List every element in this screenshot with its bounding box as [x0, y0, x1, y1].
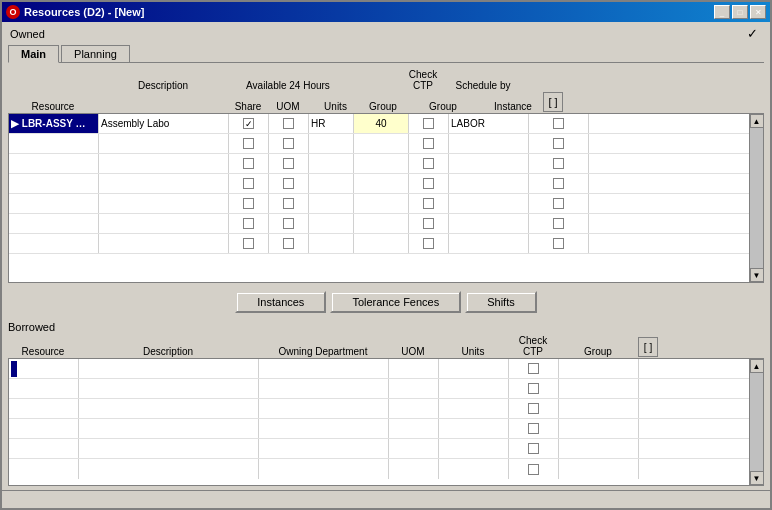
col-check-ctp-label: Check CTP [403, 69, 443, 91]
borrowed-col-uom: UOM [388, 346, 438, 357]
close-button[interactable]: ✕ [750, 5, 766, 19]
table-row [9, 214, 749, 234]
cell-group-1[interactable]: LABOR [449, 114, 529, 133]
owned-row: Owned ✓ [8, 26, 764, 41]
title-bar: O Resources (D2) - [New] _ □ ✕ [2, 2, 770, 22]
col-available-24h-label: Available 24 Hours [228, 80, 348, 91]
owned-check: ✓ [747, 26, 758, 41]
borrowed-scroll-up[interactable]: ▲ [750, 359, 764, 373]
borrowed-col-units: Units [438, 346, 508, 357]
borrowed-scroll-down[interactable]: ▼ [750, 471, 764, 485]
cell-r2-resource[interactable] [9, 134, 99, 153]
col-group-label: Group [403, 101, 483, 112]
borrowed-grid-scrollbar[interactable]: ▲ ▼ [749, 359, 763, 485]
scroll-up-button[interactable]: ▲ [750, 114, 764, 128]
cell-uom-1[interactable]: HR [309, 114, 354, 133]
cell-share-1[interactable] [269, 114, 309, 133]
borrowed-scroll-track[interactable] [750, 373, 763, 471]
table-row [9, 419, 749, 439]
borrowed-col-group: Group [558, 346, 638, 357]
borrowed-col-resource: Resource [8, 346, 78, 357]
bracket-button-bottom[interactable]: [ ] [638, 337, 658, 357]
cell-checkctp-1[interactable] [409, 114, 449, 133]
col-share-label: Share [228, 101, 268, 112]
cell-schedbyinstance-1[interactable] [529, 114, 589, 133]
col-resource-label: Resource [8, 101, 98, 112]
status-bar [2, 490, 770, 508]
table-row [9, 459, 749, 479]
window-controls: _ □ ✕ [714, 5, 766, 19]
cell-description-1[interactable]: Assembly Labo [99, 114, 229, 133]
table-row [9, 359, 749, 379]
tab-planning[interactable]: Planning [61, 45, 130, 62]
col-uom-label: UOM [268, 101, 308, 112]
main-window: O Resources (D2) - [New] _ □ ✕ Owned ✓ M… [0, 0, 772, 510]
table-row [9, 399, 749, 419]
col-units-label: Units [308, 101, 363, 112]
bracket-button-top[interactable]: [ ] [543, 92, 563, 112]
minimize-button[interactable]: _ [714, 5, 730, 19]
borrowed-bracket-btn[interactable]: [ ] [638, 337, 658, 357]
owned-grid: ▶ LBR-ASSY … Assembly Labo HR 40 LABOR [8, 113, 764, 283]
action-buttons-row: Instances Tolerance Fences Shifts [8, 287, 764, 317]
borrowed-grid: ▲ ▼ [8, 358, 764, 486]
row-indicator [11, 361, 17, 377]
tab-main[interactable]: Main [8, 45, 59, 63]
table-row [9, 234, 749, 254]
scroll-down-button[interactable]: ▼ [750, 268, 764, 282]
owned-grid-body: ▶ LBR-ASSY … Assembly Labo HR 40 LABOR [9, 114, 749, 282]
borrowed-col-owndept: Owning Department [258, 346, 388, 357]
cell-available-1[interactable] [229, 114, 269, 133]
content-area: Owned ✓ Main Planning Description Availa… [2, 22, 770, 490]
maximize-button[interactable]: □ [732, 5, 748, 19]
owned-grid-scrollbar[interactable]: ▲ ▼ [749, 114, 763, 282]
instances-button[interactable]: Instances [235, 291, 326, 313]
borrowed-headers: Resource Description Owning Department U… [8, 335, 764, 357]
col-schedule-by-label: Schedule by [443, 80, 523, 91]
table-row [9, 194, 749, 214]
table-row [9, 174, 749, 194]
col-instance-label: Instance [483, 101, 543, 112]
borrowed-col-description: Description [78, 346, 258, 357]
cell-units-1[interactable]: 40 [354, 114, 409, 133]
table-row: ▶ LBR-ASSY … Assembly Labo HR 40 LABOR [9, 114, 749, 134]
shifts-button[interactable]: Shifts [465, 291, 537, 313]
table-row [9, 439, 749, 459]
tolerance-fences-button[interactable]: Tolerance Fences [330, 291, 461, 313]
cell-resource-1[interactable]: ▶ LBR-ASSY … [9, 114, 99, 133]
owned-label: Owned [10, 28, 45, 40]
borrowed-grid-body [9, 359, 749, 485]
col-ctp-group-label: Group [363, 101, 403, 112]
borrowed-section: Borrowed Resource Description Owning Dep… [8, 321, 764, 486]
borrowed-col-checkctp: Check CTP [508, 335, 558, 357]
scroll-track[interactable] [750, 128, 763, 268]
borrowed-label: Borrowed [8, 321, 764, 333]
window-title: Resources (D2) - [New] [24, 6, 144, 18]
table-row [9, 134, 749, 154]
window-icon: O [6, 5, 20, 19]
table-row [9, 379, 749, 399]
tab-bar: Main Planning [8, 45, 764, 63]
col-description-label: Description [98, 80, 228, 91]
table-row [9, 154, 749, 174]
